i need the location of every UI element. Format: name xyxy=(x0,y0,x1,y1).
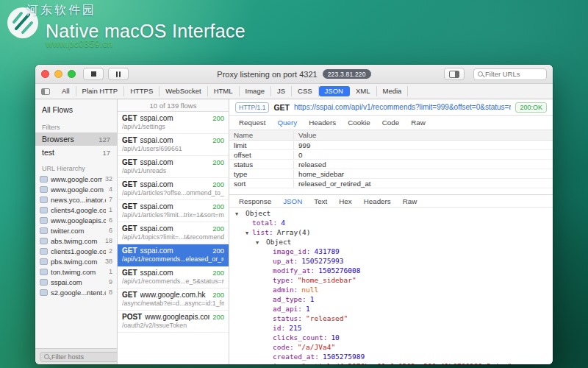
filter-tab[interactable]: WebSocket xyxy=(159,86,207,96)
json-tree-row[interactable]: ▼adminnull xyxy=(229,286,553,295)
query-param-name: type xyxy=(229,170,294,178)
sidebar-host-item[interactable]: twitter.com 6 xyxy=(35,225,117,236)
request-url[interactable]: https://sspai.com/api/v1/recommends?limi… xyxy=(294,103,512,111)
flow-row[interactable]: GET sspai.com 200 /api/v1/unreads xyxy=(118,156,229,178)
json-tree-row[interactable]: ▼modify_at1505276008 xyxy=(229,266,553,276)
filter-tab[interactable]: JS xyxy=(271,86,292,96)
filter-tab[interactable]: CSS xyxy=(292,86,319,96)
stop-button[interactable] xyxy=(83,68,104,80)
sidebar-host-item[interactable]: www.googleapis.com 6 xyxy=(35,215,117,225)
json-key: admin xyxy=(273,286,298,294)
flow-row[interactable]: GET www.google.com.hk 200 /async/newtab?… xyxy=(118,289,229,311)
json-tree-row[interactable]: ▼ad_api1 xyxy=(229,305,553,314)
host-count: 38 xyxy=(105,258,112,265)
flow-row[interactable]: POST www.googleapis.com 200 /oauth2/v2/I… xyxy=(118,311,229,333)
query-row[interactable]: status released xyxy=(229,160,553,169)
url-icon xyxy=(40,176,48,183)
pause-recording-button[interactable] xyxy=(108,68,129,80)
response-tab[interactable]: Text xyxy=(309,196,332,207)
filter-urls-search[interactable] xyxy=(473,68,547,80)
sidebar-host-item[interactable]: www.google.com.hk 32 xyxy=(35,174,117,184)
filter-tab[interactable]: JSON xyxy=(319,86,350,96)
json-tree-row[interactable]: ▼ad_type1 xyxy=(229,295,553,305)
filter-tab[interactable]: Plain HTTP xyxy=(76,86,125,96)
sidebar-toggle-icon xyxy=(449,71,459,78)
response-tab[interactable]: Raw xyxy=(398,196,423,207)
response-tabs: ResponseJSONTextHexHeadersRaw xyxy=(229,194,553,208)
filter-tab[interactable]: All xyxy=(56,86,76,96)
json-value: 4 xyxy=(281,219,285,227)
toggle-sidebar-button[interactable] xyxy=(444,68,465,80)
filter-hosts-input[interactable] xyxy=(51,353,118,361)
filter-item[interactable]: Browsers 127 xyxy=(35,132,117,146)
minimize-button[interactable] xyxy=(54,70,62,78)
request-tab[interactable]: Raw xyxy=(406,117,431,128)
json-tree-row[interactable]: ▼code"/a/JVa4" xyxy=(229,343,553,353)
query-table: Name Value limit 999 offset 0 status xyxy=(229,130,553,188)
sidebar-host-item[interactable]: s2.google...ntent.com 8 xyxy=(35,287,117,297)
filter-urls-input[interactable] xyxy=(485,70,542,78)
filter-tab[interactable]: HTTPS xyxy=(124,86,159,96)
json-tree-row[interactable]: ▼Object xyxy=(229,209,553,219)
query-param-name: status xyxy=(229,160,294,169)
json-tree-row[interactable]: ▼listArray(4) xyxy=(229,228,553,238)
host-count: 6 xyxy=(109,216,112,224)
response-tab[interactable]: Hex xyxy=(334,196,356,207)
disclosure-triangle-icon[interactable]: ▼ xyxy=(245,229,252,238)
response-tab[interactable]: Response xyxy=(234,196,276,207)
filter-item[interactable]: test 17 xyxy=(35,146,117,159)
query-row[interactable]: offset 0 xyxy=(229,150,553,160)
request-tab[interactable]: Query xyxy=(273,117,303,128)
filter-tab[interactable]: XML xyxy=(350,86,377,96)
panel-toggle-icon[interactable] xyxy=(41,88,50,95)
query-row[interactable]: sort released_or_retired_at xyxy=(229,179,553,188)
sidebar-host-item[interactable]: clients1.google.com 2 xyxy=(35,246,117,256)
sidebar-host-item[interactable]: clients4.google.com 1 xyxy=(35,205,117,215)
json-tree-row[interactable]: ▼image_id431789 xyxy=(229,247,553,257)
json-value: 10 xyxy=(331,333,339,342)
json-tree-row[interactable]: ▼Object xyxy=(229,238,553,247)
json-tree-row[interactable]: ▼id215 xyxy=(229,324,553,333)
request-tab[interactable]: Headers xyxy=(304,117,341,128)
request-tab[interactable]: Cookie xyxy=(343,117,376,128)
query-row[interactable]: limit 999 xyxy=(229,141,553,150)
flow-method: GET xyxy=(122,114,137,122)
flow-row[interactable]: GET sspai.com 200 /api/v1/articles?limit… xyxy=(118,200,229,222)
query-row[interactable]: type home_sidebar xyxy=(229,169,553,179)
flow-row[interactable]: GET sspai.com 200 /api/v1/settings xyxy=(118,112,229,134)
disclosure-triangle-icon[interactable]: ▼ xyxy=(256,238,262,247)
sidebar-host-item[interactable]: ton.twimg.com 1 xyxy=(35,266,117,277)
sidebar-item-all-flows[interactable]: All Flows xyxy=(35,102,117,118)
json-tree-row[interactable]: ▼status"released" xyxy=(229,314,553,324)
response-tab[interactable]: JSON xyxy=(278,196,307,207)
url-icon xyxy=(40,258,48,265)
zoom-button[interactable] xyxy=(68,70,76,78)
filter-tab[interactable]: HTML xyxy=(208,86,240,96)
request-tab[interactable]: Code xyxy=(377,117,404,128)
sidebar-host-item[interactable]: abs.twimg.com 18 xyxy=(35,236,117,246)
flow-row[interactable]: GET sspai.com 200 /api/v1/users/699661 xyxy=(118,134,229,156)
sidebar-host-item[interactable]: news.yco...inator.com 7 xyxy=(35,194,117,205)
json-value: Object xyxy=(266,238,291,246)
sidebar-host-item[interactable]: www.google.com 4 xyxy=(35,184,117,194)
json-tree-row[interactable]: ▼image"article/fc5976ba-91c6-0262-e299-4… xyxy=(229,362,553,364)
request-tab[interactable]: Request xyxy=(234,117,271,128)
json-tree-row[interactable]: ▼created_at1505275989 xyxy=(229,353,553,362)
flow-row[interactable]: GET sspai.com 200 /api/v1/topics?limit=.… xyxy=(118,222,229,244)
json-tree-row[interactable]: ▼type"home_sidebar" xyxy=(229,276,553,286)
flow-row[interactable]: GET sspai.com 200 /api/v1/recommends...e… xyxy=(118,244,229,266)
disclosure-triangle-icon[interactable]: ▼ xyxy=(235,210,242,219)
flow-row[interactable]: GET sspai.com 200 /api/v1/recommends...e… xyxy=(118,266,229,289)
filter-tab[interactable]: Media xyxy=(377,86,409,96)
filter-hosts-search[interactable] xyxy=(40,352,118,362)
close-button[interactable] xyxy=(41,70,49,78)
filter-tab[interactable]: Image xyxy=(240,86,271,96)
json-tree-row[interactable]: ▼clicks_count10 xyxy=(229,333,553,343)
response-tab[interactable]: Headers xyxy=(359,196,396,207)
json-tree-row[interactable]: ▼total4 xyxy=(229,219,553,228)
flow-path: /async/newtab?ei=d...async=id:1_fmt:json xyxy=(122,300,224,307)
sidebar-host-item[interactable]: sspai.com 9 xyxy=(35,277,117,287)
sidebar-host-item[interactable]: pbs.twimg.com 38 xyxy=(35,256,117,266)
json-tree-row[interactable]: ▼up_at1505275993 xyxy=(229,257,553,266)
flow-row[interactable]: GET sspai.com 200 /api/v1/articles?offse… xyxy=(118,178,229,200)
